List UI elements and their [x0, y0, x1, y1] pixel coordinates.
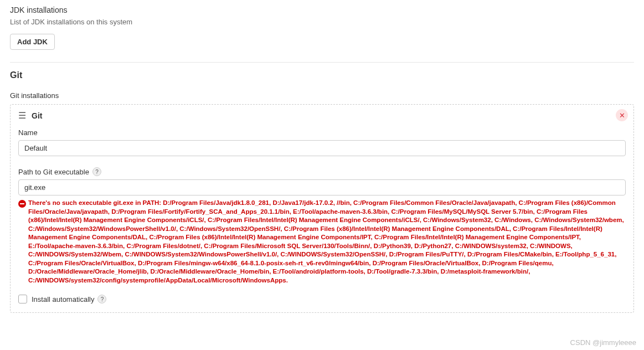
add-jdk-button[interactable]: Add JDK [10, 34, 55, 50]
path-field-label: Path to Git executable [18, 168, 89, 176]
help-icon[interactable]: ? [92, 167, 101, 176]
section-divider [10, 62, 634, 63]
name-field-label: Name [18, 128, 626, 137]
install-automatically-checkbox[interactable] [18, 295, 27, 303]
error-icon [18, 200, 26, 208]
close-icon: ✕ [619, 111, 625, 120]
git-item-title: Git [32, 111, 42, 120]
drag-handle-icon[interactable]: ☰ [18, 110, 26, 121]
jdk-installations-title: JDK installations [10, 6, 634, 14]
jdk-installations-desc: List of JDK installations on this system [10, 18, 634, 26]
install-automatically-label: Install automatically [32, 295, 94, 303]
git-name-input[interactable] [18, 140, 626, 156]
git-path-error: There's no such executable git.exe in PA… [28, 199, 626, 285]
help-icon[interactable]: ? [97, 295, 106, 303]
git-heading: Git [10, 70, 634, 80]
git-installation-item: ☰ Git ✕ Name Path to Git executable ? Th… [10, 104, 634, 313]
git-path-input[interactable] [18, 179, 626, 195]
git-installations-label: Git installations [10, 91, 634, 100]
remove-git-button[interactable]: ✕ [616, 109, 628, 121]
